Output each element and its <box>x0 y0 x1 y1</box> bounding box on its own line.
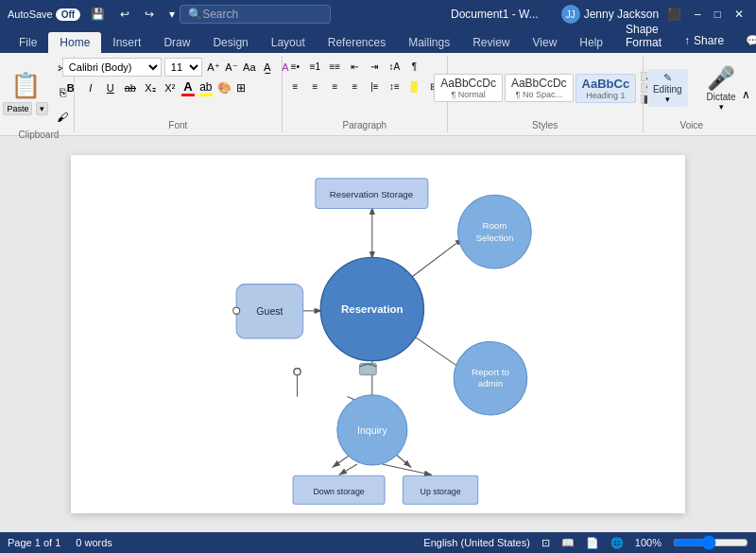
ribbon-group-styles: AaBbCcDc ¶ Normal AaBbCcDc ¶ No Spac... … <box>448 56 644 132</box>
style-h1-button[interactable]: AaBbCc Heading 1 <box>576 74 637 103</box>
strikethrough-button[interactable]: ab <box>122 79 139 96</box>
clipboard-label: Clipboard <box>19 128 60 140</box>
multilevel-button[interactable]: ≡≡ <box>325 58 344 75</box>
read-mode-button[interactable]: 📖 <box>561 537 575 549</box>
tab-mailings[interactable]: Mailings <box>397 32 461 53</box>
search-input[interactable] <box>202 8 316 21</box>
font-family-select[interactable]: Calibri (Body) <box>62 58 162 77</box>
border-color-button[interactable]: ⊞ <box>236 81 246 95</box>
focus-mode-button[interactable]: ⊡ <box>541 537 550 549</box>
style-h1-preview: AaBbCc <box>582 77 630 91</box>
align-left-button[interactable]: ≡ <box>285 78 304 95</box>
superscript-button[interactable]: X² <box>162 79 179 96</box>
ribbon-collapse-button[interactable]: ∧ <box>740 56 752 132</box>
dictate-button[interactable]: 🎤 Dictate ▾ <box>707 65 736 112</box>
redo-button[interactable]: ↪ <box>140 6 159 23</box>
italic-button[interactable]: I <box>82 79 99 96</box>
autosave-state: Off <box>56 9 80 21</box>
autosave-label: AutoSave <box>8 9 53 20</box>
decrease-font-button[interactable]: A⁻ <box>223 59 240 76</box>
increase-indent-button[interactable]: ⇥ <box>365 58 384 75</box>
bullets-button[interactable]: ≡• <box>285 58 304 75</box>
paste-sub: Paste ▾ <box>3 102 48 115</box>
sort-button[interactable]: ↕A <box>385 58 404 75</box>
column-break-button[interactable]: |≡ <box>365 78 384 95</box>
decrease-indent-button[interactable]: ⇤ <box>345 58 364 75</box>
zoom-slider[interactable] <box>673 535 748 550</box>
page-info: Page 1 of 1 <box>8 537 60 548</box>
tab-help[interactable]: Help <box>568 32 614 53</box>
align-center-button[interactable]: ≡ <box>305 78 324 95</box>
bold-button[interactable]: B <box>62 79 79 96</box>
svg-line-33 <box>382 464 432 475</box>
svg-text:Guest: Guest <box>256 305 283 317</box>
maximize-button[interactable]: □ <box>710 6 726 23</box>
subscript-button[interactable]: X₂ <box>142 79 159 96</box>
comments-button[interactable]: 💬 <box>741 32 756 49</box>
svg-text:Selection: Selection <box>475 233 513 243</box>
paste-label[interactable]: Paste <box>3 102 32 115</box>
document-area: Reservation Storage Room Selection Reser… <box>0 136 756 532</box>
dictate-section: 🎤 Dictate ▾ <box>699 63 744 113</box>
page: Reservation Storage Room Selection Reser… <box>71 155 685 513</box>
svg-text:Reservation: Reservation <box>341 303 403 315</box>
editing-section: ✎ Editing ▾ <box>640 67 696 109</box>
paste-dropdown[interactable]: ▾ <box>36 102 48 115</box>
tab-view[interactable]: View <box>522 32 569 53</box>
search-icon: 🔍 <box>188 8 202 21</box>
underline-button[interactable]: U <box>102 79 119 96</box>
tab-shape-format[interactable]: Shape Format <box>614 19 673 53</box>
save-button[interactable]: 💾 <box>86 6 110 23</box>
tab-references[interactable]: References <box>317 32 397 53</box>
highlight-color-button[interactable]: ab <box>199 80 213 96</box>
svg-text:Report to: Report to <box>472 367 509 377</box>
diagram-svg: Reservation Storage Room Selection Reser… <box>71 155 685 513</box>
ribbon-group-paragraph: ≡• ≡1 ≡≡ ⇤ ⇥ ↕A ¶ ≡ ≡ ≡ ≡ |≡ ↕≡ █ ⊞ Para… <box>283 56 448 132</box>
voice-label: Voice <box>680 118 703 130</box>
diagram-canvas[interactable]: Reservation Storage Room Selection Reser… <box>71 155 685 513</box>
paste-button[interactable]: 📋 <box>10 70 41 100</box>
style-normal-name: ¶ Normal <box>451 90 485 99</box>
line-spacing-button[interactable]: ↕≡ <box>385 78 404 95</box>
style-normal-button[interactable]: AaBbCcDc ¶ Normal <box>434 74 503 102</box>
font-color-button[interactable]: A <box>181 79 195 96</box>
numbering-button[interactable]: ≡1 <box>305 58 324 75</box>
autosave-toggle[interactable]: AutoSave Off <box>8 9 80 21</box>
share-label: Share <box>694 34 724 47</box>
tab-layout[interactable]: Layout <box>260 32 317 53</box>
tab-insert[interactable]: Insert <box>101 32 152 53</box>
close-button[interactable]: ✕ <box>730 6 748 23</box>
word-count: 0 words <box>76 537 112 548</box>
style-nospace-button[interactable]: AaBbCcDc ¶ No Spac... <box>505 74 574 102</box>
minimize-button[interactable]: – <box>690 6 706 23</box>
clear-format-button[interactable]: A̲ <box>259 59 276 76</box>
tab-design[interactable]: Design <box>201 32 259 53</box>
undo-button[interactable]: ↩ <box>115 6 134 23</box>
microphone-icon: 🎤 <box>707 65 735 92</box>
increase-font-button[interactable]: A⁺ <box>205 59 222 76</box>
collapse-ribbon-icon[interactable]: ∧ <box>742 88 750 101</box>
align-right-button[interactable]: ≡ <box>325 78 344 95</box>
style-normal-preview: AaBbCcDc <box>440 77 496 90</box>
ribbon-tabs: File Home Insert Draw Design Layout Refe… <box>0 28 756 53</box>
tab-file[interactable]: File <box>8 32 48 53</box>
change-case-button[interactable]: Aa <box>241 59 258 76</box>
customize-qat-button[interactable]: ▾ <box>164 6 180 23</box>
tab-review[interactable]: Review <box>461 32 521 53</box>
user-avatar: JJ <box>561 5 580 24</box>
editing-button[interactable]: ✎ Editing ▾ <box>647 69 688 107</box>
shading-button[interactable]: █ <box>404 78 423 95</box>
web-layout-button[interactable]: 🌐 <box>610 537 624 549</box>
share-button[interactable]: ↑ Share <box>673 31 735 50</box>
search-box[interactable]: 🔍 <box>180 5 331 24</box>
status-bar: Page 1 of 1 0 words English (United Stat… <box>0 532 756 553</box>
font-label: Font <box>168 118 187 130</box>
show-hide-button[interactable]: ¶ <box>404 58 423 75</box>
justify-button[interactable]: ≡ <box>345 78 364 95</box>
tab-home[interactable]: Home <box>48 32 101 53</box>
shading-color-button[interactable]: 🎨 <box>217 81 232 95</box>
print-layout-button[interactable]: 📄 <box>586 537 599 549</box>
tab-draw[interactable]: Draw <box>152 32 201 53</box>
font-size-select[interactable]: 11 <box>164 58 202 77</box>
svg-point-25 <box>294 369 301 375</box>
